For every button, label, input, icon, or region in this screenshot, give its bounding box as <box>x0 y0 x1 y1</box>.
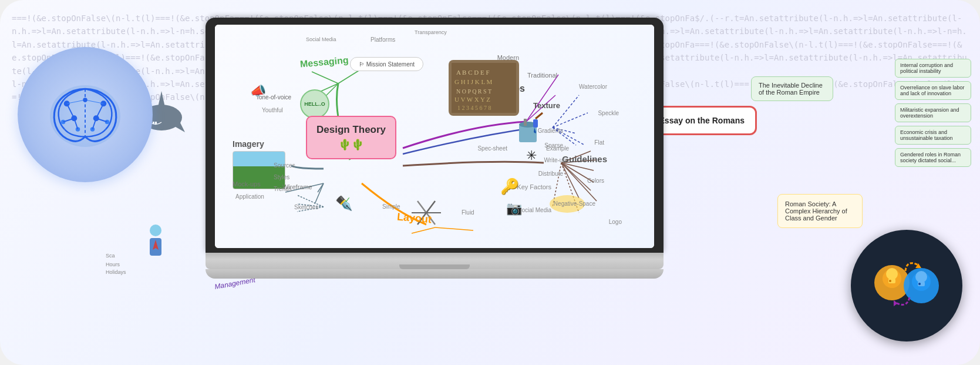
trends-label: Trends <box>274 186 292 192</box>
right-bullets-container: Internal corruption and political instab… <box>895 59 971 167</box>
mockups-label: Mock-ups <box>233 180 261 187</box>
brain-icon <box>41 71 129 159</box>
youthful-label: Youthful <box>262 107 283 113</box>
svg-marker-20 <box>156 91 167 118</box>
social-media-top-label: Social Media <box>306 36 336 42</box>
bullet-4: Economic crisis and unsustainable taxati… <box>895 126 971 145</box>
fluid-label: Fluid <box>462 209 474 216</box>
speckle-label: Speckle <box>598 110 619 116</box>
svg-rect-78 <box>533 119 538 128</box>
svg-line-35 <box>312 72 338 83</box>
texture-label: Texture <box>533 101 560 110</box>
sca-label: Sca <box>106 253 115 259</box>
svg-text:G H I J K L M: G H I J K L M <box>454 78 493 85</box>
svg-point-87 <box>915 271 927 283</box>
brain-circle <box>18 47 153 182</box>
laptop-base <box>206 253 664 269</box>
mission-statement-box: 🏳 Mission Statement <box>350 57 423 71</box>
hello-bubble: HELL..O <box>300 89 329 119</box>
colors-label: Colors <box>587 178 604 184</box>
main-container: ===!(&e.stopOnFalse\(n-l.t(l)===!(&e.sto… <box>0 0 980 365</box>
ai-heads-icon <box>860 239 954 333</box>
svg-rect-76 <box>524 119 527 126</box>
key-factors-label: Key Factors <box>517 183 551 190</box>
svg-line-42 <box>553 113 588 128</box>
laptop: Platforms Social Media Transparency Mess… <box>206 18 664 279</box>
svg-rect-27 <box>153 122 154 124</box>
social-media-label: Social Media <box>518 207 551 213</box>
sources-label: Sources <box>274 162 295 169</box>
bullet-2: Overreliance on slave labor and lack of … <box>895 81 971 100</box>
checkmark-icon: ✓ <box>344 195 351 205</box>
key-icon: 🔑 <box>500 178 519 196</box>
flat-label: Flat <box>594 139 604 146</box>
roman-society-box: Roman Society: A Complex Hierarchy of Cl… <box>777 194 863 228</box>
svg-text:A B C D E F: A B C D E F <box>456 69 490 76</box>
mindmap-screen: Platforms Social Media Transparency Mess… <box>215 25 654 248</box>
svg-point-18 <box>83 98 87 102</box>
design-theory-node: Design Theory 🌵🌵 <box>306 116 396 159</box>
traditional-label: Traditional <box>527 72 557 79</box>
styles-sm-label: Styles <box>274 174 289 180</box>
megaphone-icon: 📣 <box>250 83 266 99</box>
transparency-label: Transparency <box>415 29 447 35</box>
ai-thinking-circle <box>851 230 962 341</box>
svg-marker-92 <box>894 300 898 306</box>
write-up-label: Write-up <box>544 157 566 163</box>
gradients-label: Gradients <box>538 128 563 134</box>
svg-text:U V W X Y Z: U V W X Y Z <box>454 96 490 103</box>
platforms-label: Platforms <box>371 36 395 43</box>
imagery-label: Imagery <box>233 139 264 149</box>
svg-rect-28 <box>155 122 157 124</box>
typography-photo: A B C D E F G H I J K L M N O P Q R S T … <box>449 60 519 116</box>
guidelines-label: Guidelines <box>562 154 607 164</box>
sketches-label: Sketches <box>294 204 318 210</box>
roman-society-title: Roman Society: A Complex Hierarchy of Cl… <box>785 200 847 222</box>
distribute-label: Distribute <box>538 170 563 177</box>
logo-label: Logo <box>609 219 622 225</box>
laptop-screen: Platforms Social Media Transparency Mess… <box>215 25 654 248</box>
application-label: Application <box>235 193 264 200</box>
camera-icon: 📷 <box>506 201 522 216</box>
person-icon <box>141 223 170 259</box>
simple-label: Simple <box>382 203 400 210</box>
cactus-icons: 🌵🌵 <box>316 138 386 151</box>
modern-label: Modern <box>497 54 519 61</box>
svg-line-41 <box>553 95 579 128</box>
hours-label: Hours <box>106 262 120 267</box>
laptop-screen-outer: Platforms Social Media Transparency Mess… <box>206 18 664 253</box>
laptop-stand <box>206 269 664 279</box>
watercolor-label: Watercolor <box>579 83 607 90</box>
bullet-5: Gendered roles in Roman society dictated… <box>895 148 971 167</box>
svg-line-77 <box>536 113 543 119</box>
bullet-1: Internal corruption and political instab… <box>895 59 971 78</box>
starburst-decoration: ✳ <box>526 148 537 163</box>
svg-point-84 <box>889 280 891 282</box>
decline-title: The Inevitable Decline of the Roman Empi… <box>759 82 823 96</box>
decline-box: The Inevitable Decline of the Roman Empi… <box>751 76 833 101</box>
negative-space-label: Negative-Space <box>554 200 595 207</box>
svg-line-61 <box>315 183 324 204</box>
svg-point-90 <box>918 283 921 285</box>
svg-text:1 2 3 4 5 6 7 8: 1 2 3 4 5 6 7 8 <box>457 105 491 111</box>
bullet-3: Militaristic expansion and overextension <box>895 103 971 122</box>
svg-point-29 <box>150 225 161 236</box>
example-label: Example <box>546 145 569 152</box>
flag-icon: 🏳 <box>359 61 366 68</box>
svg-text:N O P Q R S T: N O P Q R S T <box>456 88 491 95</box>
spec-sheet-label: Spec-sheet <box>477 145 507 152</box>
svg-point-81 <box>886 268 898 280</box>
holidays-label: Holidays <box>106 269 126 275</box>
